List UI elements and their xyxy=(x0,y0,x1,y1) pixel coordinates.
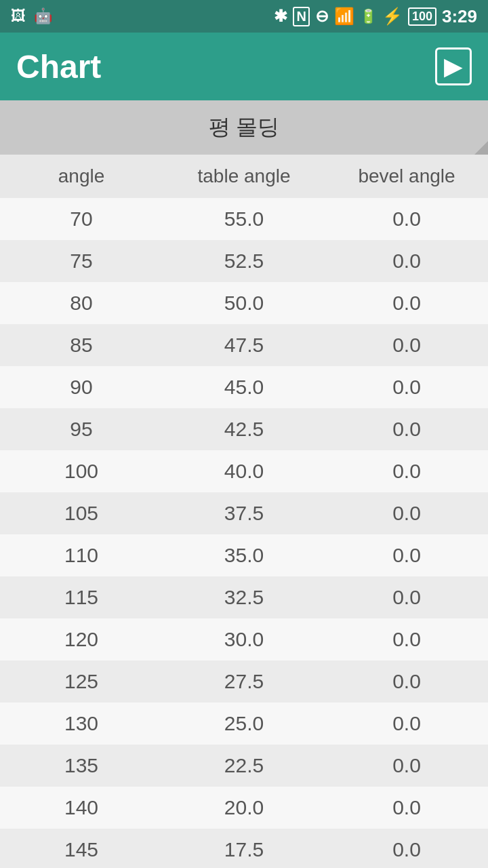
minus-circle-icon: ⊖ xyxy=(315,7,329,26)
table-row: 12527.50.0 xyxy=(0,660,488,703)
cell-6-0: 100 xyxy=(0,460,163,483)
cell-3-0: 85 xyxy=(0,334,163,357)
cell-7-1: 37.5 xyxy=(163,502,325,525)
cell-0-1: 55.0 xyxy=(163,208,325,231)
cell-1-2: 0.0 xyxy=(325,250,488,273)
table-row: 13025.00.0 xyxy=(0,703,488,745)
app-bar: Chart ▶ xyxy=(0,33,488,100)
cell-5-0: 95 xyxy=(0,418,163,441)
cell-15-0: 145 xyxy=(0,838,163,861)
table-row: 7055.00.0 xyxy=(0,198,488,240)
header-table-angle: table angle xyxy=(163,165,325,187)
cell-0-0: 70 xyxy=(0,208,163,231)
cell-7-0: 105 xyxy=(0,502,163,525)
cell-3-1: 47.5 xyxy=(163,334,325,357)
status-time: 3:29 xyxy=(442,6,477,27)
cell-15-1: 17.5 xyxy=(163,838,325,861)
cell-14-1: 20.0 xyxy=(163,796,325,819)
table-row: 9045.00.0 xyxy=(0,366,488,408)
status-icons-right: ✱ N ⊖ 📶 🔋 ⚡ 100 3:29 xyxy=(274,6,477,27)
table-row: 10537.50.0 xyxy=(0,492,488,534)
cell-2-1: 50.0 xyxy=(163,292,325,315)
cell-13-0: 135 xyxy=(0,754,163,777)
cell-2-2: 0.0 xyxy=(325,292,488,315)
cell-4-2: 0.0 xyxy=(325,376,488,399)
cell-15-2: 0.0 xyxy=(325,838,488,861)
cell-10-2: 0.0 xyxy=(325,628,488,651)
table-row: 14020.00.0 xyxy=(0,787,488,829)
image-icon: 🖼 xyxy=(11,7,26,25)
table-row: 8547.50.0 xyxy=(0,324,488,366)
play-icon[interactable]: ▶ xyxy=(435,47,472,85)
table-row: 7552.50.0 xyxy=(0,240,488,282)
cell-14-2: 0.0 xyxy=(325,796,488,819)
table-row: 11532.50.0 xyxy=(0,576,488,618)
cell-8-0: 110 xyxy=(0,544,163,567)
category-label: 평 몰딩 xyxy=(209,115,280,139)
table-row: 11035.00.0 xyxy=(0,534,488,576)
cell-7-2: 0.0 xyxy=(325,502,488,525)
cell-13-1: 22.5 xyxy=(163,754,325,777)
nfc-icon: N xyxy=(293,7,309,26)
cell-6-2: 0.0 xyxy=(325,460,488,483)
cell-11-1: 27.5 xyxy=(163,670,325,693)
category-header: 평 몰딩 xyxy=(0,100,488,155)
cell-13-2: 0.0 xyxy=(325,754,488,777)
cell-8-1: 35.0 xyxy=(163,544,325,567)
battery-100-icon: 100 xyxy=(408,7,436,26)
wifi-icon: 📶 xyxy=(334,7,354,26)
status-bar: 🖼 🤖 ✱ N ⊖ 📶 🔋 ⚡ 100 3:29 xyxy=(0,0,488,33)
status-icons-left: 🖼 🤖 xyxy=(11,7,52,25)
cell-9-0: 115 xyxy=(0,586,163,609)
cell-8-2: 0.0 xyxy=(325,544,488,567)
table-row: 12030.00.0 xyxy=(0,618,488,660)
header-angle: angle xyxy=(0,165,163,187)
android-icon: 🤖 xyxy=(34,7,52,25)
table-row: 8050.00.0 xyxy=(0,282,488,324)
cell-3-2: 0.0 xyxy=(325,334,488,357)
cell-11-2: 0.0 xyxy=(325,670,488,693)
bluetooth-icon: ✱ xyxy=(274,7,287,26)
cell-12-1: 25.0 xyxy=(163,712,325,735)
table-row: 13522.50.0 xyxy=(0,745,488,787)
cell-6-1: 40.0 xyxy=(163,460,325,483)
cell-11-0: 125 xyxy=(0,670,163,693)
cell-0-2: 0.0 xyxy=(325,208,488,231)
cell-12-0: 130 xyxy=(0,712,163,735)
cell-2-0: 80 xyxy=(0,292,163,315)
category-arrow xyxy=(474,141,488,155)
cell-12-2: 0.0 xyxy=(325,712,488,735)
table-row: 14517.50.0 xyxy=(0,829,488,868)
battery-alert-icon: 🔋 xyxy=(360,8,377,24)
cell-9-1: 32.5 xyxy=(163,586,325,609)
page-title: Chart xyxy=(16,48,101,85)
cell-1-0: 75 xyxy=(0,250,163,273)
cell-1-1: 52.5 xyxy=(163,250,325,273)
cell-4-1: 45.0 xyxy=(163,376,325,399)
data-table: angle table angle bevel angle 7055.00.07… xyxy=(0,155,488,868)
table-row: 9542.50.0 xyxy=(0,408,488,450)
cell-5-1: 42.5 xyxy=(163,418,325,441)
cell-14-0: 140 xyxy=(0,796,163,819)
header-bevel-angle: bevel angle xyxy=(325,165,488,187)
cell-4-0: 90 xyxy=(0,376,163,399)
cell-10-0: 120 xyxy=(0,628,163,651)
table-row: 10040.00.0 xyxy=(0,450,488,492)
table-body: 7055.00.07552.50.08050.00.08547.50.09045… xyxy=(0,198,488,868)
flash-icon: ⚡ xyxy=(382,7,403,26)
cell-9-2: 0.0 xyxy=(325,586,488,609)
cell-5-2: 0.0 xyxy=(325,418,488,441)
cell-10-1: 30.0 xyxy=(163,628,325,651)
table-header: angle table angle bevel angle xyxy=(0,155,488,198)
